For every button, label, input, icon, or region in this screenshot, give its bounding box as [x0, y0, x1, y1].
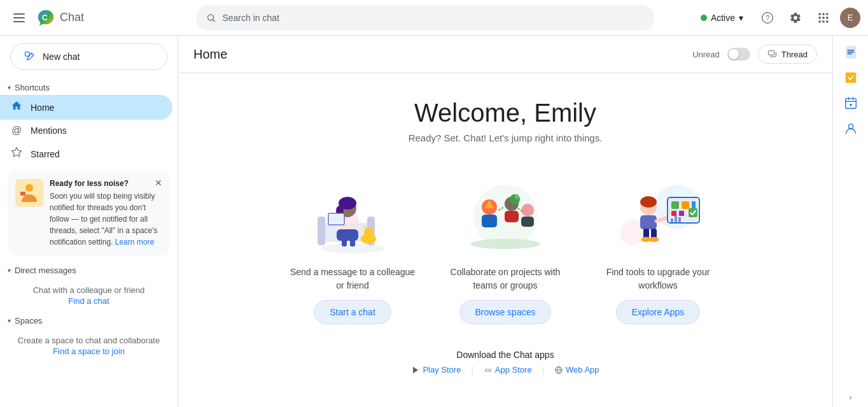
- svg-point-33: [364, 228, 373, 237]
- find-space-link[interactable]: Find a space to join: [10, 346, 167, 356]
- direct-messages-label: Direct messages: [15, 266, 76, 275]
- apps-icon[interactable]: [812, 6, 835, 29]
- svg-rect-54: [640, 215, 657, 229]
- svg-rect-13: [822, 20, 824, 22]
- spaces-header[interactable]: ▾ Spaces: [0, 311, 178, 328]
- svg-text:?: ?: [766, 14, 770, 22]
- start-chat-button[interactable]: Start a chat: [314, 300, 391, 324]
- svg-rect-43: [505, 211, 519, 222]
- search-icon: [206, 13, 216, 23]
- sidebar-item-starred[interactable]: Starred: [0, 141, 172, 166]
- svg-rect-67: [678, 217, 681, 222]
- status-label: Active: [711, 13, 735, 23]
- svg-rect-11: [826, 17, 828, 18]
- search-input[interactable]: [222, 13, 644, 23]
- avatar[interactable]: E: [840, 8, 860, 28]
- calendar-app-icon[interactable]: [839, 92, 862, 115]
- thread-button[interactable]: Thread: [758, 45, 817, 64]
- noise-card-body: Soon you will stop being visibly notifie…: [50, 190, 162, 248]
- pencil-icon: [24, 50, 36, 63]
- svg-rect-6: [819, 13, 821, 15]
- content-area: Home Unread Thread: [178, 36, 868, 407]
- svg-rect-79: [847, 52, 854, 52]
- svg-rect-62: [671, 211, 676, 216]
- start-chat-illustration: [302, 175, 403, 258]
- svg-point-45: [515, 194, 519, 199]
- svg-rect-61: [692, 201, 696, 209]
- shortcuts-header[interactable]: ▾ Shortcuts: [0, 78, 178, 95]
- feature-card-start-chat: Send a message to a colleague or friend …: [289, 175, 416, 324]
- web-icon: [554, 366, 563, 375]
- download-links: Play Store | iOS App Store |: [191, 365, 820, 375]
- svg-point-18: [25, 184, 33, 192]
- explore-apps-description: Find tools to upgrade your workflows: [594, 266, 722, 292]
- right-panel-expand-icon[interactable]: ›: [850, 393, 852, 402]
- direct-messages-header[interactable]: ▾ Direct messages: [0, 261, 178, 278]
- sidebar: New chat ▾ Shortcuts Home @ Mentions: [0, 36, 178, 407]
- svg-rect-23: [318, 217, 325, 245]
- sidebar-item-home[interactable]: Home: [0, 95, 172, 120]
- svg-rect-7: [822, 13, 824, 15]
- tasks-app-icon[interactable]: [839, 66, 862, 89]
- welcome-title: Welcome, Emily: [191, 99, 820, 127]
- header-controls: Unread Thread: [692, 45, 817, 64]
- noise-card-illustration: [15, 179, 43, 207]
- svg-rect-36: [342, 238, 347, 246]
- svg-rect-19: [20, 192, 25, 196]
- app-store-link[interactable]: iOS App Store: [484, 365, 532, 375]
- dm-empty-text: Chat with a colleague or friend: [10, 285, 167, 295]
- docs-app-icon[interactable]: [839, 41, 862, 64]
- web-app-link[interactable]: Web App: [554, 365, 599, 375]
- svg-rect-15: [25, 52, 30, 57]
- new-chat-button[interactable]: New chat: [10, 43, 167, 70]
- sidebar-item-mentions[interactable]: @ Mentions: [0, 120, 172, 141]
- topbar: C Chat Active ▾ ?: [0, 0, 868, 36]
- feature-card-browse-spaces: Collaborate on projects with teams or gr…: [442, 175, 569, 324]
- svg-rect-14: [826, 20, 828, 22]
- svg-rect-81: [845, 73, 856, 83]
- noise-card-close-button[interactable]: ✕: [152, 176, 165, 189]
- noise-card-content: Ready for less noise? Soon you will stop…: [50, 179, 162, 248]
- svg-rect-40: [482, 215, 497, 227]
- svg-rect-65: [671, 218, 673, 222]
- help-icon[interactable]: ?: [756, 6, 779, 29]
- svg-rect-80: [847, 54, 851, 54]
- feature-cards: Send a message to a colleague or friend …: [178, 162, 832, 337]
- menu-icon[interactable]: [8, 6, 31, 29]
- browse-spaces-button[interactable]: Browse spaces: [459, 300, 552, 324]
- sidebar-item-mentions-label: Mentions: [31, 125, 67, 136]
- app-logo[interactable]: C Chat: [36, 8, 84, 28]
- star-icon: [10, 146, 23, 161]
- unread-toggle[interactable]: [727, 48, 750, 61]
- search-bar[interactable]: [196, 5, 654, 31]
- svg-text:iOS: iOS: [485, 368, 492, 372]
- noise-card-learn-more-link[interactable]: Learn more: [115, 238, 154, 246]
- play-store-link[interactable]: Play Store: [411, 365, 461, 375]
- settings-icon[interactable]: [784, 6, 807, 29]
- explore-apps-button[interactable]: Explore Apps: [616, 300, 701, 324]
- noise-card: Ready for less noise? Soon you will stop…: [8, 171, 170, 255]
- svg-rect-10: [822, 17, 824, 18]
- chevron-down-icon: ▾: [739, 13, 743, 23]
- svg-rect-37: [350, 238, 355, 246]
- play-store-icon: [411, 366, 420, 375]
- svg-point-46: [521, 204, 534, 217]
- people-app-icon[interactable]: [839, 117, 862, 140]
- page-title: Home: [193, 47, 227, 62]
- right-panel: ›: [832, 36, 868, 407]
- topbar-right: Active ▾ ?: [693, 6, 860, 29]
- app-title: Chat: [60, 11, 84, 24]
- status-button[interactable]: Active ▾: [693, 9, 751, 27]
- svg-rect-78: [847, 50, 854, 50]
- welcome-subtitle: Ready? Set. Chat! Let's jump right into …: [191, 132, 820, 143]
- find-chat-link[interactable]: Find a chat: [10, 296, 167, 306]
- download-title: Download the Chat apps: [191, 350, 820, 360]
- browse-spaces-illustration: [454, 175, 556, 258]
- feature-card-explore-apps: Find tools to upgrade your workflows Exp…: [594, 175, 722, 324]
- app-store-icon: iOS: [484, 366, 493, 375]
- svg-rect-82: [845, 99, 856, 109]
- svg-text:C: C: [42, 13, 48, 22]
- spaces-collapse-icon: ▾: [8, 317, 11, 324]
- thread-label: Thread: [781, 50, 808, 59]
- explore-apps-illustration: [607, 175, 709, 258]
